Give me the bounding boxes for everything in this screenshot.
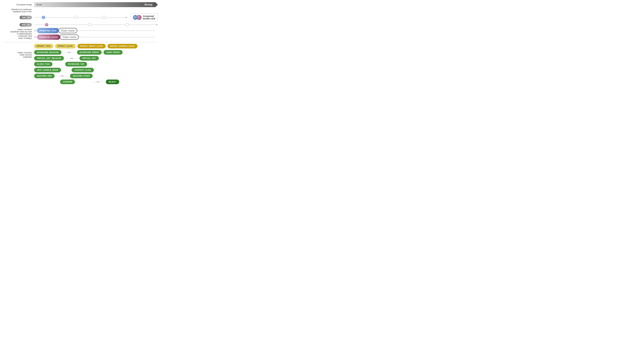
primitive-click-row: PRIMITIVE_CLICK float scale xyxy=(34,35,158,40)
keyboard-tap-button[interactable]: KEYBOARD_TAP xyxy=(65,62,87,67)
keyboard-press-button[interactable]: KEYBOARD_PRESS xyxy=(77,50,102,55)
legend-circle-red xyxy=(136,15,142,20)
long-press-button[interactable]: LONG_PRESS xyxy=(104,50,122,55)
legend-circles xyxy=(133,15,142,20)
hal-h0-label-col: HAL_H0 xyxy=(3,16,34,19)
pair-line-1 xyxy=(63,52,67,53)
hal-h0-start-circle: S xyxy=(42,16,45,19)
gesture-end-button[interactable]: GESTURE_END xyxy=(34,74,54,78)
energy-bar-wrap: Weak Strong xyxy=(34,2,158,7)
effect-click-button[interactable]: EFFECT_CLICK xyxy=(55,44,76,49)
primitive-click-right: float scale xyxy=(60,35,79,40)
hal-h1-mid-circle xyxy=(88,23,92,27)
haptic-constants-discrete-label: Haptic Constants (static discrete amplit… xyxy=(3,50,34,58)
primitive-tick-left: PRIMITIVE_TICK xyxy=(37,28,59,33)
energy-bar: Weak Strong xyxy=(34,2,158,7)
hal-h1-start-circle: S xyxy=(45,23,48,27)
haptic-constants-label: Haptic Constants (amplitude varies by sc… xyxy=(3,29,34,39)
reject-button[interactable]: REJECT xyxy=(106,80,119,84)
waveform-label: Waveform by continuous amplitude scale i… xyxy=(3,9,34,13)
pair-line-4 xyxy=(92,82,96,82)
confirm-button[interactable]: CONFIRM xyxy=(60,80,75,84)
hal-h0-pill: HAL_H0 xyxy=(20,16,32,19)
text-handle-move-button[interactable]: TEXT_HANDLE_MOVE xyxy=(34,68,61,72)
divider xyxy=(3,42,158,42)
pair-label-2: Pair xyxy=(70,57,73,59)
track-arrow-h0 xyxy=(126,17,127,18)
primitive-tick-dot xyxy=(34,30,36,32)
virtual-key-release-button[interactable]: VIRTUAL_KEY_RELEASE xyxy=(34,56,64,61)
pair-label-4: Pair xyxy=(97,81,100,83)
hal-h1-label-col: HAL_H1 xyxy=(3,24,34,26)
hal-h1-track: S xyxy=(34,22,158,27)
primitive-tick-right: float scale xyxy=(58,28,77,33)
pair-label-1: Pair xyxy=(68,52,71,53)
primitive-click-dot xyxy=(34,36,36,38)
composed-label: Composed double click xyxy=(143,15,155,20)
virtual-key-button[interactable]: VIRTUAL_KEY xyxy=(80,56,99,61)
clock-tick-button[interactable]: CLOCK_TICK xyxy=(34,62,52,67)
keyboard-release-button[interactable]: KEYBOARD_RELEASE xyxy=(34,50,62,55)
effect-tick-button[interactable]: EFFECT_TICK xyxy=(34,44,53,49)
energy-weak-label: Weak xyxy=(36,4,42,6)
hal-h1-pill: HAL_H1 xyxy=(20,23,32,27)
track-line-h1 xyxy=(34,25,158,25)
hal-h0-end-circle xyxy=(102,16,106,19)
pair-connector-3: Pair xyxy=(56,75,68,77)
primitive-tick-pill: PRIMITIVE_TICK float scale xyxy=(37,28,77,33)
pair-line-4b xyxy=(100,82,104,82)
pair-label-3: Pair xyxy=(61,75,64,77)
track-arrow-h1 xyxy=(156,24,158,26)
primitive-click-left: PRIMITIVE_CLICK xyxy=(37,35,60,40)
energy-strong-label: Strong xyxy=(144,3,152,6)
hal-h0-track: S xyxy=(34,15,127,20)
primitive-tick-row: PRIMITIVE_TICK float scale xyxy=(34,28,158,33)
pair-connector-2: Pair xyxy=(66,57,78,59)
effect-double-click-button[interactable]: EFFECT_DOUBLE_CLICK xyxy=(108,44,138,49)
effect-heavy-click-button[interactable]: EFFECT_HEAVY_CLICK xyxy=(78,44,106,49)
pair-connector-4: Pair xyxy=(92,81,104,83)
gesture-start-button[interactable]: GESTURE_START xyxy=(70,74,93,78)
pair-line-1b xyxy=(72,52,75,53)
track-line-h0 xyxy=(34,17,127,18)
primitive-click-pill: PRIMITIVE_CLICK float scale xyxy=(37,35,79,40)
energy-label: Conceptual energy xyxy=(3,4,34,6)
pair-connector-1: Pair xyxy=(63,52,75,53)
context-click-button[interactable]: CONTEXT_CLICK xyxy=(72,68,94,72)
hal-h0-mid-circle xyxy=(74,16,78,19)
hal-h1-end-circle xyxy=(125,23,129,27)
